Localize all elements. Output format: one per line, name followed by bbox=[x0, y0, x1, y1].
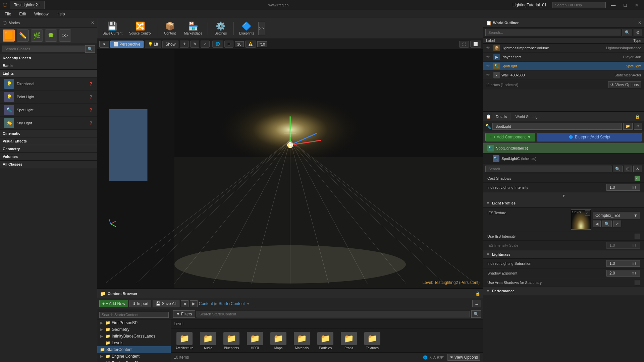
help-search-input[interactable] bbox=[552, 2, 606, 8]
visibility-icon[interactable]: 👁 bbox=[486, 55, 492, 59]
outliner-close-button[interactable]: ✕ bbox=[638, 20, 641, 25]
cb-lock-button[interactable]: 🔒 bbox=[475, 291, 480, 296]
folder-item-infinity-blade[interactable]: ▶ 📁 InfinityBladeGrassLands bbox=[97, 333, 171, 340]
ies-expand-btn[interactable]: ⤢ bbox=[585, 210, 590, 216]
sky-light-help[interactable]: ❓ bbox=[89, 121, 93, 125]
blueprint-add-script-button[interactable]: 🔷 Blueprint/Add Script bbox=[537, 133, 642, 141]
menu-window[interactable]: Window bbox=[31, 11, 52, 17]
details-search-btn[interactable]: 🔍 bbox=[613, 166, 623, 172]
component-spotlight-instance[interactable]: 🔦 SpotLight(Instance) bbox=[483, 143, 644, 154]
add-new-button[interactable]: + + Add New bbox=[99, 300, 128, 307]
menu-edit[interactable]: Edit bbox=[16, 11, 30, 17]
column-type[interactable]: Type bbox=[594, 39, 641, 43]
cast-shadows-checkbox[interactable]: ✓ bbox=[635, 176, 640, 181]
add-component-button[interactable]: + + Add Component ▼ bbox=[485, 133, 535, 141]
number-spinner[interactable]: ⬆⬇ bbox=[632, 272, 637, 275]
cb-item-hdri[interactable]: 📁 HDRI bbox=[244, 330, 266, 351]
folder-item-starter[interactable]: 📁 StarterContent bbox=[97, 346, 171, 353]
lit-button[interactable]: 💡 Lit bbox=[145, 41, 161, 48]
indirect-saturation-input[interactable]: 1.0 ⬆⬇ bbox=[606, 260, 640, 267]
outliner-row-playerstart[interactable]: 👁 ▶ Player Start PlayerStart bbox=[483, 53, 644, 62]
menu-file[interactable]: File bbox=[1, 11, 14, 17]
outliner-row-spotlight[interactable]: 👁 🔦 SpotLight SpotLight bbox=[483, 62, 644, 71]
outliner-row-wall[interactable]: 👁 ▪ Wall_400x300 StaticMeshActor bbox=[483, 71, 644, 80]
light-item-spot[interactable]: 🔦 Spot Light ❓ bbox=[0, 104, 97, 117]
tab-details[interactable]: Details bbox=[492, 113, 511, 120]
browse-button[interactable]: 📂 bbox=[623, 123, 633, 130]
grid-size-input[interactable]: 10 bbox=[235, 41, 244, 47]
search-classes-button[interactable]: 🔍 bbox=[85, 45, 95, 53]
toolbar-expand-button[interactable]: >> bbox=[258, 22, 265, 35]
perspective-button[interactable]: ⬜ Perspective bbox=[110, 41, 144, 48]
nav-forward-button[interactable]: ▶ bbox=[190, 300, 198, 307]
light-item-point[interactable]: 💡 Point Light ❓ bbox=[0, 90, 97, 104]
folder-item-geometry[interactable]: ▶ 📁 Geometry bbox=[97, 326, 171, 333]
outliner-settings-button[interactable]: ⚙ bbox=[634, 29, 642, 36]
component-spotlight-child[interactable]: 🔦 SpotLightC (Inherited) bbox=[483, 154, 644, 164]
ies-expand-full-btn[interactable]: ⤢ bbox=[613, 221, 621, 227]
select-tool-button[interactable]: ✛ bbox=[180, 41, 189, 48]
number-spinner[interactable]: ⬆⬇ bbox=[632, 186, 637, 189]
category-recently-placed[interactable]: Recently Placed bbox=[0, 54, 97, 62]
shadow-exponent-input[interactable]: 2.0 ⬆⬇ bbox=[606, 270, 640, 277]
rotate-tool-button[interactable]: ↻ bbox=[190, 41, 199, 48]
category-geometry[interactable]: Geometry bbox=[0, 145, 97, 153]
content-search-input[interactable] bbox=[197, 311, 470, 317]
breadcrumb-starter[interactable]: StarterContent bbox=[219, 301, 245, 306]
mode-foliage-icon[interactable]: 🌿 bbox=[31, 29, 43, 42]
viewport-menu-button[interactable]: ▼ bbox=[99, 41, 109, 48]
ies-intensity-scale-input[interactable]: 1.0 ⬆⬇ bbox=[606, 242, 640, 249]
tab-world-settings[interactable]: World Settings bbox=[512, 113, 543, 120]
directional-light-help[interactable]: ❓ bbox=[89, 82, 93, 86]
filters-button[interactable]: ▼ Filters bbox=[173, 310, 195, 318]
outliner-search-button[interactable]: 🔍 bbox=[623, 29, 632, 36]
cb-item-maps[interactable]: 📁 Maps bbox=[268, 330, 289, 351]
column-label[interactable]: Label bbox=[486, 39, 594, 43]
scale-tool-button[interactable]: ⤢ bbox=[201, 41, 210, 48]
category-visual-effects[interactable]: Visual Effects bbox=[0, 137, 97, 145]
ies-search-btn[interactable]: 🔍 bbox=[602, 221, 612, 227]
cb-item-materials[interactable]: 📁 Materials bbox=[291, 330, 313, 351]
folder-item-engine-content[interactable]: ▶ 📁 Engine Content bbox=[97, 353, 171, 360]
category-lights[interactable]: Lights bbox=[0, 70, 97, 77]
import-button[interactable]: ⬇ Import bbox=[129, 300, 151, 307]
toolbar-save-current[interactable]: 💾 Save Current bbox=[100, 20, 125, 37]
tab[interactable]: TestLighting2+ bbox=[10, 1, 45, 9]
number-spinner[interactable]: ⬆⬇ bbox=[632, 262, 637, 265]
content-search-button[interactable]: 🔍 bbox=[471, 310, 481, 318]
details-grid-btn[interactable]: ⊞ bbox=[624, 166, 632, 172]
details-eye-btn[interactable]: 👁 bbox=[633, 166, 642, 172]
category-all-classes[interactable]: All Classes bbox=[0, 161, 97, 168]
cb-item-blueprints[interactable]: 📁 Blueprints bbox=[221, 330, 242, 351]
cb-cloud-button[interactable]: ☁ bbox=[472, 300, 481, 307]
show-button[interactable]: Show bbox=[162, 41, 178, 48]
maximize-viewport-button[interactable]: ⬜ bbox=[470, 41, 481, 48]
category-basic[interactable]: Basic bbox=[0, 62, 97, 70]
category-volumes[interactable]: Volumes bbox=[0, 153, 97, 161]
visibility-icon[interactable]: 👁 bbox=[486, 46, 492, 50]
grid-tool-button[interactable]: ⊞ bbox=[224, 41, 233, 48]
details-settings-button[interactable]: ⚙ bbox=[634, 123, 642, 130]
warn-button[interactable]: ⚠️ bbox=[245, 41, 256, 48]
toolbar-marketplace[interactable]: 🏪 Marketplace bbox=[181, 20, 205, 37]
use-ies-intensity-checkbox[interactable] bbox=[635, 234, 640, 239]
minimize-button[interactable]: — bbox=[608, 2, 619, 8]
fullscreen-button[interactable]: ⛶ bbox=[459, 41, 469, 48]
folder-search-input[interactable] bbox=[99, 312, 169, 318]
cb-item-particles[interactable]: 📁 Particles bbox=[315, 330, 336, 351]
close-button[interactable]: ✕ bbox=[632, 2, 641, 8]
breadcrumb-content[interactable]: Content bbox=[199, 301, 213, 306]
save-all-button[interactable]: 💾 Save All bbox=[153, 300, 179, 307]
toolbar-source-control[interactable]: 🔀 Source Control bbox=[126, 20, 154, 37]
folder-item-levels[interactable]: 📁 Levels bbox=[97, 340, 171, 346]
ies-select[interactable]: Complex_IES ▼ bbox=[593, 212, 640, 219]
toolbar-content[interactable]: 📦 Content bbox=[160, 20, 180, 37]
outliner-row-lightmass[interactable]: 👁 📦 LightmassImportanceVolume LightmassI… bbox=[483, 44, 644, 53]
mode-select-icon[interactable]: 🟧 bbox=[3, 29, 15, 42]
viewport[interactable]: Level: TestLighting2 (Persistent) bbox=[97, 50, 483, 288]
spot-light-help[interactable]: ❓ bbox=[89, 108, 93, 112]
ies-arrow-left-btn[interactable]: ◀ bbox=[593, 221, 601, 227]
folder-item-firstperson[interactable]: ▶ 📁 FirstPersonBP bbox=[97, 319, 171, 326]
toolbar-settings[interactable]: ⚙️ Settings bbox=[211, 20, 231, 37]
details-lock-button[interactable]: 🔒 bbox=[634, 114, 641, 119]
